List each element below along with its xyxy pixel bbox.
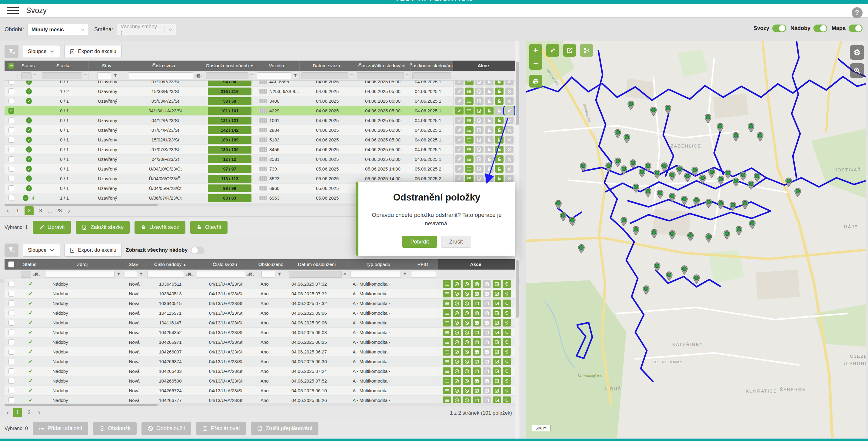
note-edit-button[interactable]: [475, 81, 484, 86]
zrusit-preplanovani-button[interactable]: [483, 397, 491, 403]
filter-input[interactable]: [21, 72, 32, 79]
column-header[interactable]: Stav: [123, 259, 146, 270]
zoom-in-button[interactable]: +: [529, 44, 542, 57]
close-svoz-button[interactable]: [485, 175, 494, 182]
uzavrit-svoz-button[interactable]: Uzavřít svoz: [134, 221, 185, 234]
zrusit-preplanovani-button[interactable]: [483, 338, 491, 346]
filter-input[interactable]: [42, 72, 82, 79]
open-svoz-button[interactable]: [495, 146, 503, 153]
page-1[interactable]: 1: [13, 206, 22, 215]
delete-button[interactable]: [505, 146, 514, 153]
funnel-filter-icon[interactable]: [293, 73, 298, 78]
obslouzit-button[interactable]: [453, 319, 461, 326]
fit-bounds-button[interactable]: [546, 44, 559, 57]
table-row[interactable]: ✓ 0 / 1 Uzavřený 15/02/U/23/St 189 / 189…: [4, 135, 515, 145]
row-checkbox[interactable]: [8, 137, 14, 143]
preplanovat-button[interactable]: [473, 280, 481, 288]
cancel-button[interactable]: Zrušit: [441, 235, 471, 248]
toggle-switch[interactable]: [772, 25, 786, 32]
table-row[interactable]: ✓ Nádoby Nová 104266097 04/13/U+A/23/St …: [4, 347, 515, 357]
hamburger-menu-icon[interactable]: [7, 7, 19, 14]
abc-filter-icon[interactable]: abc: [33, 273, 40, 276]
zrusit-preplanovani-button[interactable]: [483, 387, 491, 395]
preplanovat-button[interactable]: [473, 348, 481, 355]
note-edit-button[interactable]: [475, 175, 484, 182]
map-settings-button[interactable]: ⚙: [850, 45, 864, 60]
row-checkbox-cell[interactable]: [4, 184, 18, 193]
show-on-map-button[interactable]: [503, 338, 511, 346]
preplanovat-button[interactable]: [473, 387, 481, 395]
obslouzit-button[interactable]: [453, 397, 461, 403]
zrusit-preplanovani-button[interactable]: [483, 300, 491, 307]
edit-button[interactable]: [493, 348, 501, 355]
upravit-button[interactable]: Upravit: [33, 221, 71, 234]
row-checkbox-cell[interactable]: [4, 106, 18, 116]
row-checkbox-cell[interactable]: [4, 279, 18, 289]
zalozit-stazky-button[interactable]: Založit stazky: [76, 221, 130, 234]
column-header[interactable]: Obslouženo: [256, 259, 287, 270]
edit-button[interactable]: [493, 280, 501, 288]
filter-input[interactable]: [257, 72, 291, 79]
table-row[interactable]: ✓ 0 / 1 Uzavřený 04/12/P/23/St 121 / 121…: [4, 116, 515, 125]
edit-button[interactable]: [493, 319, 501, 326]
abc-filter-icon[interactable]: abc: [186, 273, 193, 276]
filter-input[interactable]: [289, 271, 342, 278]
edit-button[interactable]: [493, 290, 501, 297]
column-header[interactable]: Status: [18, 61, 40, 71]
detail-list-button[interactable]: [465, 136, 473, 144]
show-on-map-button[interactable]: [503, 280, 511, 288]
zrusit-preplanovani-button[interactable]: [483, 368, 491, 375]
table-row[interactable]: ✓ Nádoby Nová 103640513 04/13/U+A/23/St …: [4, 289, 515, 298]
shift-select[interactable]: Všechny směny (...: [117, 24, 176, 35]
confirm-button[interactable]: Potvrdit: [402, 235, 437, 248]
row-checkbox-cell[interactable]: [4, 308, 18, 318]
detail-list-button[interactable]: [465, 146, 473, 153]
row-checkbox[interactable]: [8, 358, 14, 365]
table-row[interactable]: ✓ Nádoby Nová 104266403 04/13/U+A/23/St …: [4, 367, 515, 376]
funnel-filter-icon[interactable]: [113, 73, 118, 78]
row-checkbox[interactable]: [8, 118, 14, 123]
row-checkbox[interactable]: [8, 310, 14, 316]
row-checkbox[interactable]: [8, 378, 14, 384]
map[interactable]: ZÁBĚHLICEHOSTIVAŘHÁJEKATEŘINKYZELENÉ DOM…: [526, 41, 866, 438]
edit-button[interactable]: [493, 358, 501, 365]
odobslouzit-button[interactable]: [463, 358, 471, 365]
column-header[interactable]: Akce: [453, 61, 515, 71]
open-svoz-button[interactable]: [495, 97, 503, 105]
odobslouzit-button[interactable]: [463, 280, 471, 288]
delete-button[interactable]: [505, 97, 514, 105]
column-header[interactable]: Číslo nádoby ▲: [146, 259, 195, 270]
odobslouzit-button[interactable]: [463, 348, 471, 355]
note-edit-button[interactable]: [475, 146, 484, 153]
detail-list-button[interactable]: [465, 155, 473, 163]
measure-button[interactable]: [580, 44, 593, 57]
table-row[interactable]: ✓ Nádoby Nová 104266724 04/13/U+A/23/St …: [4, 386, 515, 396]
obslouzit-button[interactable]: [453, 377, 461, 385]
close-svoz-button[interactable]: [485, 165, 494, 172]
open-external-button[interactable]: [563, 44, 576, 57]
table-row[interactable]: ✓ Nádoby Nová 104115971 04/13/U+A/23/St …: [4, 308, 515, 318]
print-map-button[interactable]: [529, 75, 542, 88]
note-edit-button[interactable]: [475, 97, 484, 105]
equals-filter-icon[interactable]: =: [84, 73, 87, 78]
filter-input[interactable]: [147, 271, 184, 278]
detail-list-button[interactable]: [443, 300, 451, 307]
zrusit-preplanovani-button[interactable]: Zrušit přeplánování: [251, 422, 318, 435]
open-svoz-button[interactable]: [495, 117, 503, 124]
row-checkbox-cell[interactable]: [4, 116, 18, 125]
column-header[interactable]: Datum obsloužení: [287, 259, 348, 270]
edit-button[interactable]: [493, 328, 501, 336]
table-row[interactable]: ✓ 0 / 1 Uzavřený Ú/04/10/O/23/Čt 97 / 97…: [4, 164, 515, 174]
detail-list-button[interactable]: [443, 358, 451, 365]
row-checkbox-cell[interactable]: [4, 367, 18, 376]
edit-button[interactable]: [455, 88, 464, 95]
obslouzit-button[interactable]: [453, 338, 461, 346]
edit-button[interactable]: [493, 377, 501, 385]
note-edit-button[interactable]: [475, 155, 484, 163]
column-header[interactable]: Obslouženost nádob ▼: [204, 61, 255, 71]
select-all-checkbox[interactable]: [8, 63, 14, 69]
open-svoz-button[interactable]: [495, 155, 503, 163]
zrusit-preplanovani-button[interactable]: [483, 309, 491, 317]
row-checkbox-cell[interactable]: [4, 87, 18, 96]
show-on-map-button[interactable]: [503, 300, 511, 307]
